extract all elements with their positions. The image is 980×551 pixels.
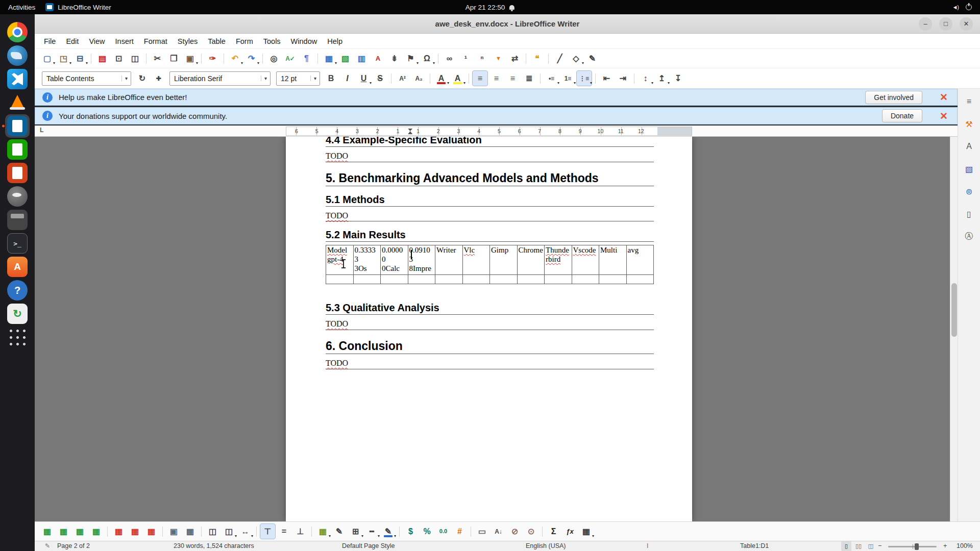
table-cell[interactable]: Multi [599, 245, 627, 275]
paragraph-todo-3[interactable]: TODO [326, 319, 652, 330]
separator[interactable]: ▾ [540, 524, 545, 539]
sum-button[interactable]: Σ ▾ [546, 524, 561, 539]
activities-button[interactable]: Activities [8, 4, 35, 11]
separator[interactable]: ▾ [309, 524, 314, 539]
document-modified-icon[interactable]: ✎ [45, 541, 50, 551]
insert-table-button[interactable]: ▦ ▾ [322, 51, 336, 66]
dock-files[interactable] [5, 208, 30, 232]
separator[interactable]: ▾ [428, 71, 432, 86]
table-cell-status[interactable]: Table1:D1 [740, 541, 769, 551]
basic-shapes-button[interactable]: ◇ ▾ [569, 51, 583, 66]
clone-formatting-button[interactable]: ✑ ▾ [205, 51, 220, 66]
tab-stop-selector[interactable]: L [40, 127, 43, 134]
menu-item[interactable]: Window [286, 35, 323, 47]
italic-button[interactable]: I ▾ [340, 71, 355, 86]
dock-writer[interactable] [5, 114, 30, 138]
table-cell[interactable] [354, 275, 381, 284]
table-cell[interactable]: Thunde rbird [545, 245, 572, 275]
increase-paragraph-spacing-button[interactable]: ↥ ▾ [654, 71, 669, 86]
insert-cross-reference-button[interactable]: ⇄ ▾ [507, 51, 522, 66]
menu-item[interactable]: Form [231, 35, 258, 47]
table-cell[interactable]: Vlc [463, 245, 491, 275]
table-cell[interactable] [463, 275, 491, 284]
select-cell-button[interactable]: ▣ ▾ [166, 524, 181, 539]
separator[interactable]: ▾ [105, 524, 110, 539]
font-name-combo[interactable]: Liberation Serif ▾ [169, 71, 271, 86]
paragraph-todo-4[interactable]: TODO [326, 358, 652, 369]
menu-item[interactable]: View [84, 35, 110, 47]
dock-show-applications[interactable] [5, 325, 30, 349]
optimize-size-button[interactable]: ↔ ▾ [238, 524, 253, 539]
separator[interactable]: ▾ [397, 524, 402, 539]
vertical-scrollbar[interactable] [950, 137, 958, 521]
table-cell[interactable] [518, 275, 545, 284]
number-format-decimal-button[interactable]: 0.0 ▾ [436, 524, 451, 539]
chevron-down-icon[interactable]: ▾ [261, 76, 270, 81]
highlight-color-button[interactable]: A ▾ [450, 71, 465, 86]
zoom-slider[interactable] [888, 546, 937, 547]
increase-indent-button[interactable]: ⇥ ▾ [616, 71, 630, 86]
number-format-percent-button[interactable]: % ▾ [420, 524, 434, 539]
dock-software-updater[interactable]: ↻ [5, 302, 30, 325]
underline-button[interactable]: U ▾ [356, 71, 371, 86]
protect-cells-button[interactable]: ⊘ ▾ [507, 524, 522, 539]
dock-vlc[interactable] [5, 91, 30, 114]
insert-special-character-button[interactable]: Ω ▾ [420, 51, 434, 66]
menu-item[interactable]: Styles [173, 35, 203, 47]
close-button[interactable]: ✕ [960, 17, 973, 31]
chevron-down-icon[interactable]: ▾ [310, 76, 320, 81]
open-file-button[interactable]: ◳ ▾ [56, 51, 71, 66]
number-format-button[interactable]: # ▾ [452, 524, 467, 539]
insert-image-button[interactable]: ▧ ▾ [338, 51, 353, 66]
insert-caption-button[interactable]: ▭ ▾ [475, 524, 489, 539]
separator[interactable]: ▾ [89, 51, 93, 66]
sort-button[interactable]: A↓ ▾ [491, 524, 506, 539]
table-cell[interactable]: Model gpt-4 [326, 245, 354, 275]
separator[interactable]: ▾ [254, 524, 259, 539]
table-styles-button[interactable]: ▦ ▾ [315, 524, 330, 539]
styles-deck-button[interactable]: A [962, 139, 977, 154]
insert-columns-before-button[interactable]: ▦ ▾ [72, 524, 87, 539]
formatting-marks-button[interactable]: ¶ ▾ [299, 51, 314, 66]
split-cells-button[interactable]: ◫ ▾ [222, 524, 236, 539]
insert-hyperlink-button[interactable]: ∞ ▾ [442, 51, 457, 66]
borders-button[interactable]: ⊞ ▾ [348, 524, 363, 539]
get-involved-button[interactable]: Get involved [865, 91, 922, 104]
decrease-paragraph-spacing-button[interactable]: ↧ ▾ [671, 71, 685, 86]
export-pdf-button[interactable]: ▤ ▾ [95, 51, 110, 66]
horizontal-ruler[interactable]: 6543211234567891011121314 [286, 127, 692, 136]
separator[interactable]: ▾ [260, 51, 265, 66]
spelling-button[interactable]: A✓ ▾ [283, 51, 298, 66]
paragraph-todo-2[interactable]: TODO [326, 211, 652, 222]
sidebar-settings-button[interactable]: ≡ [962, 94, 977, 109]
gallery-deck-button[interactable]: ▧ [962, 161, 977, 177]
save-button[interactable]: ⊟ ▾ [72, 51, 87, 66]
separator[interactable]: ▾ [467, 71, 471, 86]
update-style-button[interactable]: ↻ ▾ [135, 71, 150, 86]
document-page[interactable]: 4.4 Example-Specific Evaluation TODO 5. … [286, 137, 692, 521]
table-cell[interactable] [627, 275, 654, 284]
separator[interactable]: ▾ [593, 71, 598, 86]
border-style-button[interactable]: ╍ ▾ [364, 524, 379, 539]
table-cell[interactable]: 0.33333 3Os [354, 245, 381, 275]
heading-5[interactable]: 5. Benchmarking Advanced Models and Meth… [326, 171, 652, 186]
dock-help[interactable]: ? [5, 279, 30, 302]
undo-button[interactable]: ↶ ▾ [228, 51, 242, 66]
view-multi-page-button[interactable]: ▯▯ [853, 541, 864, 551]
scrollbar-thumb[interactable] [951, 283, 957, 337]
table-cell[interactable] [326, 275, 354, 284]
dock-calc[interactable] [5, 138, 30, 161]
zoom-percent[interactable]: 100% [957, 541, 973, 551]
separator[interactable]: ▾ [199, 524, 204, 539]
separator[interactable]: ▾ [632, 71, 636, 86]
table-cell[interactable] [490, 275, 518, 284]
dock-vscode[interactable] [5, 67, 30, 91]
navigator-deck-button[interactable]: ⊚ [962, 184, 977, 199]
separator[interactable]: ▾ [538, 71, 543, 86]
paragraph-todo-1[interactable]: TODO [326, 151, 652, 162]
separator[interactable]: ▾ [160, 524, 165, 539]
print-preview-button[interactable]: ◫ ▾ [128, 51, 142, 66]
ordered-list-button[interactable]: 1≡ ▾ [560, 71, 575, 86]
redo-button[interactable]: ↷ ▾ [244, 51, 259, 66]
new-style-button[interactable]: ✚ ▾ [151, 71, 166, 86]
